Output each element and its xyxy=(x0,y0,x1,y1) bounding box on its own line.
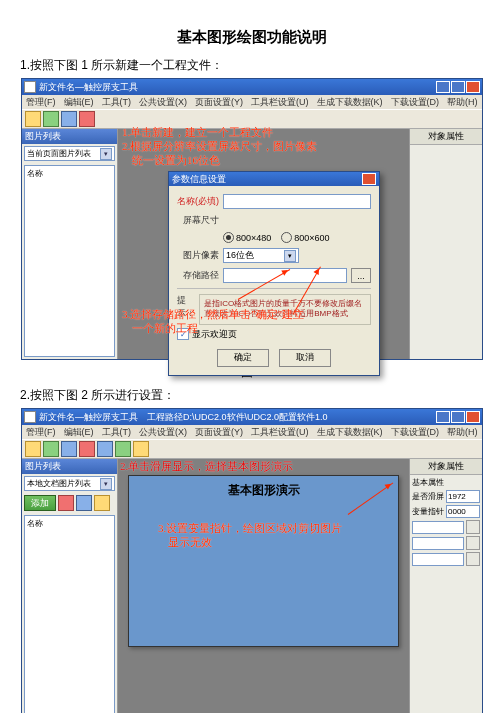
maximize-button[interactable] xyxy=(451,411,465,423)
menu-item[interactable]: 帮助(H) xyxy=(447,426,478,439)
tool-button[interactable] xyxy=(76,495,92,511)
menu-item[interactable]: 编辑(E) xyxy=(64,426,94,439)
prop-label: 是否滑屏 xyxy=(412,491,444,502)
name-input[interactable] xyxy=(223,194,371,209)
close-button[interactable] xyxy=(466,411,480,423)
minimize-button[interactable] xyxy=(436,411,450,423)
toolbar-icon[interactable] xyxy=(97,441,113,457)
select-value: 16位色 xyxy=(226,249,254,262)
menu-item[interactable]: 生成下载数据(K) xyxy=(317,426,383,439)
toolbar-save-icon[interactable] xyxy=(61,111,77,127)
annotation-1: 1.单击新建，建立一个工程文件 xyxy=(122,125,273,139)
property-panel: 对象属性 xyxy=(409,129,482,359)
maximize-button[interactable] xyxy=(451,81,465,93)
app-window-fig2: 新文件名—触控屏支工具 工程路径D:\UDC2.0软件\UDC2.0配置软件1.… xyxy=(21,408,483,713)
prop-input[interactable] xyxy=(412,553,464,566)
image-list-dropdown[interactable]: 本地文档图片列表 ▾ xyxy=(24,476,115,491)
add-button[interactable]: 添加 xyxy=(24,495,56,511)
menu-item[interactable]: 公共设置(X) xyxy=(139,426,187,439)
toolbar-new-icon[interactable] xyxy=(25,111,41,127)
label-path: 存储路径 xyxy=(177,269,219,282)
prop-btn[interactable] xyxy=(466,536,480,550)
menu-item[interactable]: 工具栏设置(U) xyxy=(251,426,309,439)
menu-item[interactable]: 下载设置(D) xyxy=(391,96,440,109)
prop-input[interactable]: 0000 xyxy=(446,505,480,518)
label-pixel: 图片像素 xyxy=(177,249,219,262)
image-list: 名称 xyxy=(24,515,115,713)
menu-item[interactable]: 页面设置(Y) xyxy=(195,426,243,439)
annotation-3b: 一个新的工程 xyxy=(132,321,198,335)
window-title: 新文件名—触控屏支工具 工程路径D:\UDC2.0软件\UDC2.0配置软件1.… xyxy=(39,411,328,424)
dropdown-value: 当前页面图片列表 xyxy=(27,148,91,159)
menu-item[interactable]: 管理(F) xyxy=(26,426,56,439)
annotation-3a: 3.设置变量指针，绘图区域对剪切图片 xyxy=(158,521,342,535)
prop-input[interactable]: 1972 xyxy=(446,490,480,503)
menu-item[interactable]: 帮助(H) xyxy=(447,96,478,109)
document-title: 基本图形绘图功能说明 xyxy=(20,28,484,47)
canvas-area: 基本图形演示 2.单击滑屏显示，选择基本图形演示 3.设置变量指针，绘图区域对剪… xyxy=(118,459,409,713)
annotation-2: 2.单击滑屏显示，选择基本图形演示 xyxy=(120,459,293,473)
menu-item[interactable]: 生成下载数据(K) xyxy=(317,96,383,109)
menu-item[interactable]: 页面设置(Y) xyxy=(195,96,243,109)
chevron-down-icon: ▾ xyxy=(284,250,296,262)
dropdown-value: 本地文档图片列表 xyxy=(27,478,91,489)
dialog-title: 参数信息设置 xyxy=(172,173,226,186)
prop-btn[interactable] xyxy=(466,552,480,566)
tool-button[interactable] xyxy=(94,495,110,511)
menu-item[interactable]: 编辑(E) xyxy=(64,96,94,109)
toolbar-icon[interactable] xyxy=(133,441,149,457)
browse-button[interactable]: ... xyxy=(351,268,371,283)
menu-item[interactable]: 管理(F) xyxy=(26,96,56,109)
toolbar-save-icon[interactable] xyxy=(61,441,77,457)
panel-title: 图片列表 xyxy=(22,129,117,144)
prop-input[interactable] xyxy=(412,537,464,550)
annotation-3a: 3.选择存储路径，然后单击"确定"建立 xyxy=(122,307,304,321)
image-list-panel: 图片列表 本地文档图片列表 ▾ 添加 名称 xyxy=(22,459,118,713)
window-title: 新文件名—触控屏支工具 xyxy=(39,81,138,94)
radio-800x600[interactable]: 800×600 xyxy=(281,232,329,243)
toolbar-del-icon[interactable] xyxy=(79,111,95,127)
remove-button[interactable] xyxy=(58,495,74,511)
cancel-button[interactable]: 取消 xyxy=(279,349,331,367)
dialog-close-button[interactable] xyxy=(362,173,376,185)
close-button[interactable] xyxy=(466,81,480,93)
pixel-select[interactable]: 16位色 ▾ xyxy=(223,248,299,263)
menu-item[interactable]: 工具(T) xyxy=(102,96,132,109)
property-panel-title: 对象属性 xyxy=(410,459,482,475)
prop-input[interactable] xyxy=(412,521,464,534)
toolbar-del-icon[interactable] xyxy=(79,441,95,457)
canvas-area: 参数信息设置 名称(必填) 屏幕尺寸 800×480 xyxy=(118,129,409,359)
radio-800x480[interactable]: 800×480 xyxy=(223,232,271,243)
prop-label: 变量指针 xyxy=(412,506,444,517)
toolbar-open-icon[interactable] xyxy=(43,111,59,127)
radio-label: 800×600 xyxy=(294,233,329,243)
toolbar-open-icon[interactable] xyxy=(43,441,59,457)
new-project-dialog: 参数信息设置 名称(必填) 屏幕尺寸 800×480 xyxy=(168,171,380,376)
radio-icon xyxy=(281,232,292,243)
menu-item[interactable]: 下载设置(D) xyxy=(391,426,440,439)
screen-title: 基本图形演示 xyxy=(129,482,398,499)
property-panel-title: 对象属性 xyxy=(410,129,482,145)
radio-icon xyxy=(223,232,234,243)
step-2-text: 2.按照下图 2 所示进行设置： xyxy=(20,387,484,404)
menu-item[interactable]: 公共设置(X) xyxy=(139,96,187,109)
toolbar xyxy=(22,439,482,459)
ok-button[interactable]: 确定 xyxy=(217,349,269,367)
toolbar-new-icon[interactable] xyxy=(25,441,41,457)
menubar: 管理(F) 编辑(E) 工具(T) 公共设置(X) 页面设置(Y) 工具栏设置(… xyxy=(22,425,482,439)
app-icon xyxy=(24,81,36,93)
prop-btn[interactable] xyxy=(466,520,480,534)
dialog-titlebar: 参数信息设置 xyxy=(169,172,379,186)
divider xyxy=(177,288,371,289)
image-list: 名称 xyxy=(24,165,115,357)
image-list-panel: 图片列表 当前页面图片列表 ▾ 名称 xyxy=(22,129,118,359)
screen-preview[interactable]: 基本图形演示 xyxy=(128,475,399,647)
app-window-fig1: 新文件名—触控屏支工具 管理(F) 编辑(E) 工具(T) 公共设置(X) 页面… xyxy=(21,78,483,360)
panel-title: 图片列表 xyxy=(22,459,117,474)
menu-item[interactable]: 工具(T) xyxy=(102,426,132,439)
menu-item[interactable]: 工具栏设置(U) xyxy=(251,96,309,109)
image-list-dropdown[interactable]: 当前页面图片列表 ▾ xyxy=(24,146,115,161)
label-screen-size: 屏幕尺寸 xyxy=(177,214,219,227)
toolbar-icon[interactable] xyxy=(115,441,131,457)
minimize-button[interactable] xyxy=(436,81,450,93)
